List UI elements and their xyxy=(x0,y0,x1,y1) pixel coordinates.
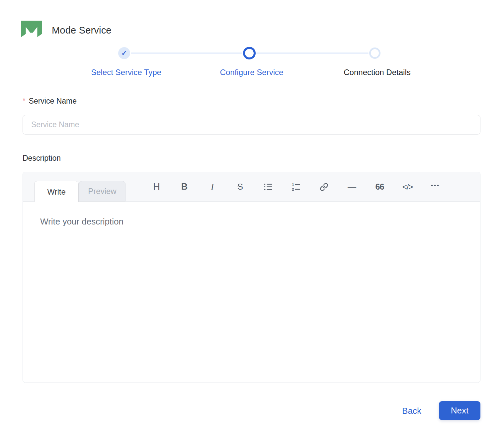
step-label-select-service-type[interactable]: Select Service Type xyxy=(73,68,179,77)
check-icon: ✓ xyxy=(122,50,127,56)
service-name-label: *Service Name xyxy=(23,97,77,106)
bold-icon[interactable]: B xyxy=(178,179,191,195)
quote-icon[interactable]: 66 xyxy=(373,179,386,195)
app-header: Mode Service xyxy=(21,21,112,40)
description-placeholder: Write your description xyxy=(40,217,124,227)
service-name-input[interactable] xyxy=(23,115,480,134)
strikethrough-icon[interactable]: S xyxy=(233,179,247,195)
description-editor: H B I S 1 2 xyxy=(23,172,480,383)
code-icon[interactable]: </> xyxy=(401,179,414,195)
description-textarea[interactable]: Write your description xyxy=(23,202,480,383)
tab-write[interactable]: Write xyxy=(34,181,79,202)
stepper-connector-1 xyxy=(131,52,242,54)
stepper-connector-2 xyxy=(256,52,369,54)
italic-icon[interactable]: I xyxy=(206,179,219,195)
step-indicator-configure-service[interactable] xyxy=(243,47,256,59)
back-button[interactable]: Back xyxy=(392,403,432,418)
unordered-list-icon[interactable] xyxy=(261,179,275,195)
editor-toolbar: H B I S 1 2 xyxy=(150,172,442,202)
step-indicator-connection-details[interactable] xyxy=(369,47,380,59)
more-icon[interactable]: ••• xyxy=(429,179,442,195)
description-label: Description xyxy=(23,154,61,163)
step-label-connection-details[interactable]: Connection Details xyxy=(324,68,430,77)
page-title: Mode Service xyxy=(52,25,112,36)
svg-text:1: 1 xyxy=(292,183,294,187)
heading-icon[interactable]: H xyxy=(150,179,163,195)
mode-service-logo xyxy=(21,21,42,40)
horizontal-rule-icon[interactable]: — xyxy=(345,179,359,195)
next-button[interactable]: Next xyxy=(439,401,480,420)
tab-preview[interactable]: Preview xyxy=(79,181,126,202)
stepper: ✓ Select Service Type Configure Service … xyxy=(0,43,504,79)
svg-text:2: 2 xyxy=(292,187,294,191)
link-icon[interactable] xyxy=(317,179,331,195)
step-label-configure-service[interactable]: Configure Service xyxy=(199,68,305,77)
required-asterisk: * xyxy=(23,96,26,105)
step-indicator-select-service-type[interactable]: ✓ xyxy=(118,47,130,59)
service-name-label-text: Service Name xyxy=(29,97,77,105)
ordered-list-icon[interactable]: 1 2 xyxy=(289,179,303,195)
editor-header: H B I S 1 2 xyxy=(23,172,480,202)
